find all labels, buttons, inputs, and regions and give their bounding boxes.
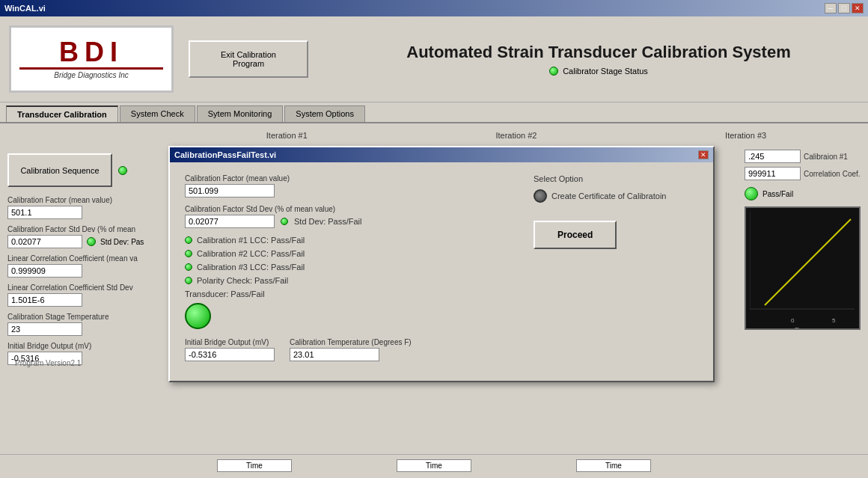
modal-bridge-output-value: -0.5316 [185,348,275,361]
modal-transducer-led [185,303,211,329]
title-bar-buttons: ─ □ ✕ [825,3,864,13]
modal-title: CalibrationPassFailTest.vi [174,150,276,159]
radio-knob[interactable] [534,189,547,203]
logo-subtitle: Bridge Diagnostics Inc [54,71,129,79]
modal-overlay: CalibrationPassFailTest.vi ✕ Calibration… [0,123,868,477]
modal-transducer-label: Transducer: Pass/Fail [185,289,265,298]
modal-right-section: Select Option Create Certificate of Cali… [534,174,698,369]
main-content: Iteration #1 Iteration #2 Iteration #3 C… [0,123,868,477]
tab-system-check[interactable]: System Check [120,105,195,122]
modal-cal-factor-label: Calibration Factor (mean value) [185,174,519,183]
modal-status-cal3: Calibration #3 LCC: Pass/Fail [185,263,519,272]
close-button[interactable]: ✕ [852,3,864,13]
tab-transducer-calibration[interactable]: Transducer Calibration [6,105,118,122]
modal-cal3-led [185,263,192,271]
modal-cal-factor-std-value: 0.02077 [185,215,275,228]
modal-cal-factor-group: Calibration Factor (mean value) 501.099 [185,174,519,197]
modal-cal2-led [185,250,192,257]
modal-close-button[interactable]: ✕ [698,150,709,159]
modal-polarity-text: Polarity Check: Pass/Fail [197,276,288,285]
tab-bar: Transducer Calibration System Check Syte… [0,102,868,123]
app-title: WinCAL.vi [4,4,46,13]
logo-text: BDI [59,39,123,66]
minimize-button[interactable]: ─ [825,3,837,13]
modal-title-bar: CalibrationPassFailTest.vi ✕ [170,147,713,162]
modal-status-polarity: Polarity Check: Pass/Fail [185,276,519,285]
modal-bridge-output-label: Initial Bridge Output (mV) [185,338,275,346]
modal-polarity-led [185,277,192,284]
select-option-label: Select Option [534,174,583,183]
modal-cal3-text: Calibration #3 LCC: Pass/Fail [197,263,305,272]
calibrator-status-label: Calibrator Stage Status [563,67,648,76]
maximize-button[interactable]: □ [838,3,850,13]
tab-system-options[interactable]: System Options [284,105,365,122]
modal-cal-temp-label: Calibration Temperature (Degrees F) [290,338,412,346]
logo: BDI Bridge Diagnostics Inc [9,25,174,93]
calibrator-status-led [549,67,558,76]
header: BDI Bridge Diagnostics Inc Exit Calibrat… [0,16,868,102]
modal-cal-temp-group: Calibration Temperature (Degrees F) 23.0… [290,338,412,361]
modal-dialog: CalibrationPassFailTest.vi ✕ Calibration… [168,146,715,382]
modal-std-dev-status: Std Dev: Pass/Fail [294,217,361,226]
modal-bottom-fields: Initial Bridge Output (mV) -0.5316 Calib… [185,338,519,369]
tab-sytem-monitoring[interactable]: Sytem Monitoring [197,105,284,122]
modal-cal-factor-std-group: Calibration Factor Std Dev (% of mean va… [185,205,519,228]
modal-std-dev-led [281,218,288,225]
modal-cal-factor-value: 501.099 [185,184,275,197]
modal-cal1-led [185,236,192,244]
modal-status-cal1: Calibration #1 LCC: Pass/Fail [185,236,519,245]
modal-cal-factor-std-label: Calibration Factor Std Dev (% of mean va… [185,205,519,213]
modal-cal1-text: Calibration #1 LCC: Pass/Fail [197,236,305,245]
radio-label: Create Certificate of Calibratoin [551,191,666,200]
modal-status-cal2: Calibration #2 LCC: Pass/Fail [185,249,519,258]
modal-body: Calibration Factor (mean value) 501.099 … [170,162,713,381]
header-right: Automated Strain Transducer Calibration … [338,43,859,76]
modal-bridge-output-group: Initial Bridge Output (mV) -0.5316 [185,338,275,361]
logo-line [19,67,164,70]
title-bar: WinCAL.vi ─ □ ✕ [0,0,868,16]
exit-button[interactable]: Exit Calibration Program [189,40,308,78]
app-main-title: Automated Strain Transducer Calibration … [406,43,790,62]
modal-cal2-text: Calibration #2 LCC: Pass/Fail [197,249,305,258]
modal-left-section: Calibration Factor (mean value) 501.099 … [185,174,519,369]
modal-cal-temp-value: 23.01 [290,348,379,361]
radio-row: Create Certificate of Calibratoin [534,189,666,203]
proceed-button[interactable]: Proceed [534,221,617,249]
